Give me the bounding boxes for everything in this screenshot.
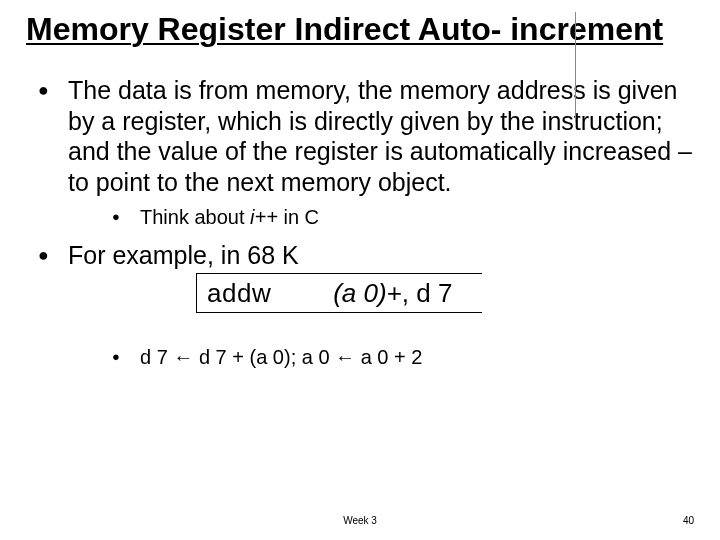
example-intro: For example, in 68 K — [68, 240, 482, 271]
code-italic: i++ — [250, 206, 278, 228]
bullet-dot-icon: ● — [112, 345, 140, 370]
bullet-text: The data is from memory, the memory addr… — [68, 75, 694, 197]
bullet-dot-icon: ● — [34, 75, 68, 197]
footer-label: Week 3 — [0, 515, 720, 526]
spacer — [34, 319, 694, 337]
code-box-row: addw(a 0)+, d 7 — [196, 273, 482, 314]
sub-bullet-text: Think about i++ in C — [140, 205, 319, 230]
slide: Memory Register Indirect Auto- increment… — [0, 0, 720, 540]
page-number: 40 — [683, 515, 694, 526]
code-arg-rest: , d 7 — [402, 278, 453, 308]
sub-bullet-item: ● d 7 ← d 7 + (a 0); a 0 ← a 0 + 2 — [112, 345, 694, 370]
code-arg-italic: (a 0)+ — [333, 278, 402, 308]
text-suffix: in C — [278, 206, 319, 228]
bullet-dot-icon: ● — [34, 240, 68, 313]
slide-body: ● The data is from memory, the memory ad… — [26, 75, 694, 370]
text-prefix: Think about — [140, 206, 250, 228]
bullet-text: For example, in 68 K addw(a 0)+, d 7 — [68, 240, 482, 313]
bullet-item: ● The data is from memory, the memory ad… — [34, 75, 694, 197]
right-divider — [575, 12, 576, 122]
bullet-item: ● For example, in 68 K addw(a 0)+, d 7 — [34, 240, 694, 313]
code-op: addw — [207, 278, 271, 308]
sub-bullet-item: ● Think about i++ in C — [112, 205, 694, 230]
sub-bullet-text: d 7 ← d 7 + (a 0); a 0 ← a 0 + 2 — [140, 345, 422, 370]
slide-title: Memory Register Indirect Auto- increment — [26, 12, 694, 47]
bullet-dot-icon: ● — [112, 205, 140, 230]
code-args: (a 0)+, d 7 — [271, 278, 452, 308]
code-box: addw(a 0)+, d 7 — [196, 273, 482, 314]
